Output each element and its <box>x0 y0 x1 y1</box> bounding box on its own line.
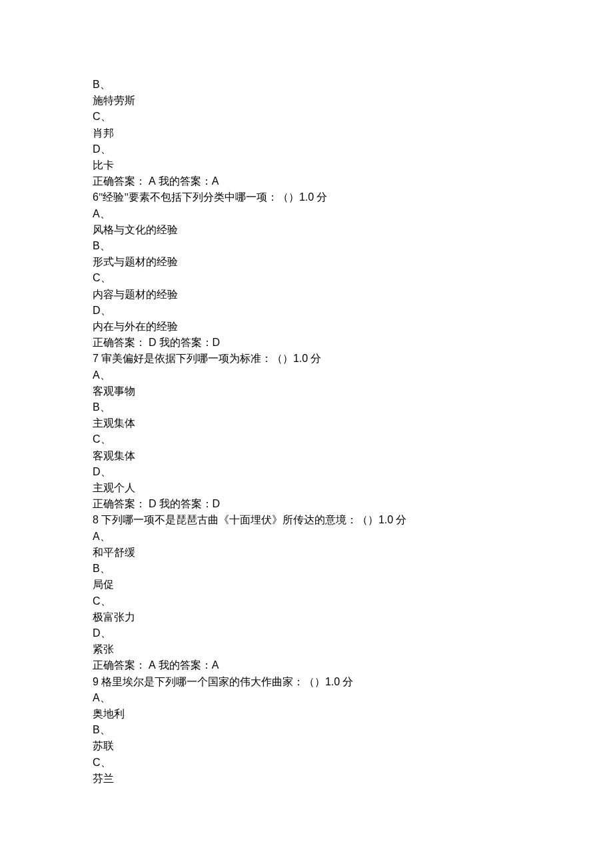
q8-option-c-text: 极富张力 <box>93 609 613 625</box>
q5-option-b-text: 施特劳斯 <box>93 93 613 109</box>
answer-mine: D <box>213 498 221 509</box>
q7-option-d-letter: D、 <box>93 464 613 480</box>
q9-stem: 9 格里埃尔是下列哪一个国家的伟大作曲家：（）1.0 分 <box>93 674 613 690</box>
q8-number: 8 <box>93 514 99 525</box>
q5-option-c-letter: C、 <box>93 109 613 125</box>
q5-answer-line: 正确答案： A 我的答案：A <box>93 173 613 189</box>
answer-mid: 我的答案： <box>157 337 213 348</box>
q7-number: 7 <box>93 353 99 364</box>
q9-score: 1.0 <box>325 676 340 687</box>
q8-option-b-letter: B、 <box>93 561 613 577</box>
answer-mid: 我的答案： <box>156 659 212 671</box>
q8-option-b-text: 局促 <box>93 577 613 593</box>
q6-option-a-text: 风格与文化的经验 <box>93 222 613 238</box>
q7-option-a-letter: A、 <box>93 367 613 383</box>
q6-option-b-letter: B、 <box>93 238 613 254</box>
answer-mid: 我的答案： <box>156 175 212 187</box>
answer-correct: A <box>149 175 156 187</box>
q9-option-c-text: 芬兰 <box>93 771 613 787</box>
q6-answer-line: 正确答案： D 我的答案：D <box>93 335 613 351</box>
q9-number: 9 <box>93 676 99 687</box>
answer-mine: D <box>213 337 221 348</box>
answer-prefix: 正确答案： <box>93 498 149 509</box>
q5-option-c-text: 肖邦 <box>93 125 613 141</box>
q7-stem: 7 审美偏好是依据下列哪一项为标准：（）1.0 分 <box>93 351 613 367</box>
q5-option-d-text: 比卡 <box>93 157 613 173</box>
q8-option-a-letter: A、 <box>93 529 613 545</box>
answer-mid: 我的答案： <box>157 498 213 509</box>
q7-option-b-letter: B、 <box>93 399 613 415</box>
q6-option-c-text: 内容与题材的经验 <box>93 287 613 303</box>
score-suffix: 分 <box>308 353 321 364</box>
q7-option-a-text: 客观事物 <box>93 383 613 399</box>
q7-option-c-text: 客观集体 <box>93 448 613 464</box>
q7-option-c-letter: C、 <box>93 431 613 447</box>
q7-option-b-text: 主观集体 <box>93 415 613 431</box>
q7-option-d-text: 主观个人 <box>93 480 613 496</box>
q7-score: 1.0 <box>293 353 308 364</box>
q9-option-b-text: 苏联 <box>93 738 613 754</box>
answer-prefix: 正确答案： <box>93 175 149 187</box>
answer-prefix: 正确答案： <box>93 659 149 671</box>
page-content: B、 施特劳斯 C、 肖邦 D、 比卡 正确答案： A 我的答案：A 6"经验"… <box>0 0 613 868</box>
q6-score: 1.0 <box>299 191 314 203</box>
q6-option-d-letter: D、 <box>93 303 613 319</box>
q7-stem-text: 审美偏好是依据下列哪一项为标准：（） <box>99 353 293 364</box>
answer-correct: D <box>149 498 157 509</box>
q6-stem: 6"经验"要素不包括下列分类中哪一项：（）1.0 分 <box>93 189 613 205</box>
q6-stem-text: "经验"要素不包括下列分类中哪一项：（） <box>99 191 299 203</box>
answer-mine: A <box>212 175 219 187</box>
q8-answer-line: 正确答案： A 我的答案：A <box>93 657 613 673</box>
answer-correct: D <box>149 337 157 348</box>
q8-option-d-letter: D、 <box>93 625 613 641</box>
q6-number: 6 <box>93 191 99 203</box>
score-suffix: 分 <box>393 514 406 525</box>
q9-option-a-letter: A、 <box>93 690 613 706</box>
q6-option-c-letter: C、 <box>93 270 613 286</box>
q8-stem: 8 下列哪一项不是琵琶古曲《十面埋伏》所传达的意境：（）1.0 分 <box>93 512 613 528</box>
q8-score: 1.0 <box>378 514 393 525</box>
q7-answer-line: 正确答案： D 我的答案：D <box>93 496 613 512</box>
q8-option-a-text: 和平舒缓 <box>93 545 613 561</box>
q9-stem-text: 格里埃尔是下列哪一个国家的伟大作曲家：（） <box>99 676 325 687</box>
answer-prefix: 正确答案： <box>93 337 149 348</box>
q9-option-c-letter: C、 <box>93 755 613 771</box>
answer-correct: A <box>149 659 156 671</box>
q5-option-b-letter: B、 <box>93 77 613 93</box>
q8-stem-text: 下列哪一项不是琵琶古曲《十面埋伏》所传达的意境：（） <box>99 514 378 525</box>
score-suffix: 分 <box>314 191 327 203</box>
q6-option-a-letter: A、 <box>93 206 613 222</box>
answer-mine: A <box>212 659 219 671</box>
q9-option-b-letter: B、 <box>93 722 613 738</box>
score-suffix: 分 <box>340 676 353 687</box>
q6-option-b-text: 形式与题材的经验 <box>93 254 613 270</box>
q8-option-d-text: 紧张 <box>93 641 613 657</box>
q6-option-d-text: 内在与外在的经验 <box>93 319 613 335</box>
q8-option-c-letter: C、 <box>93 593 613 609</box>
q9-option-a-text: 奥地利 <box>93 706 613 722</box>
q5-option-d-letter: D、 <box>93 141 613 157</box>
